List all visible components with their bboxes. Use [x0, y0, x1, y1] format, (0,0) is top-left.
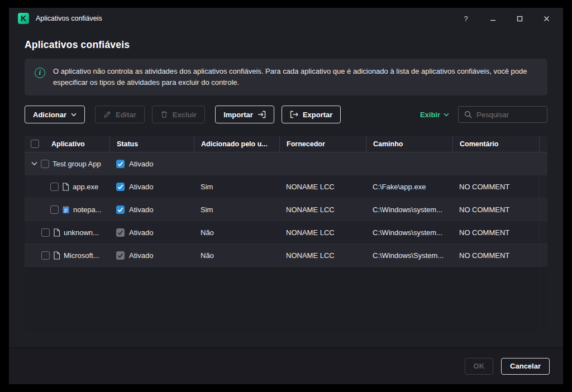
- scrollbar-track: [539, 267, 540, 332]
- added-by-user-cell: Não: [194, 221, 279, 243]
- file-icon: [53, 228, 60, 237]
- vendor-cell: NONAME LCC: [279, 244, 366, 266]
- column-header-fornecedor: Fornecedor: [279, 136, 366, 152]
- file-icon: [53, 251, 60, 260]
- vendor-cell: [279, 152, 366, 175]
- row-name: unknown...: [64, 228, 99, 237]
- trash-icon: [160, 111, 168, 118]
- row-name: app.exe: [73, 183, 98, 191]
- help-button[interactable]: ?: [452, 8, 479, 29]
- export-icon: [290, 111, 298, 118]
- info-banner: i O aplicativo não controla as atividade…: [25, 59, 547, 95]
- import-button[interactable]: Importar: [215, 106, 274, 123]
- scrollbar-strip: [539, 244, 547, 266]
- info-banner-text: O aplicativo não controla as atividades …: [53, 66, 537, 88]
- comment-cell: [452, 152, 539, 175]
- row-name: notepa...: [73, 205, 102, 214]
- comment-cell: NO COMMENT: [452, 198, 539, 221]
- status-label: Ativado: [129, 160, 153, 168]
- table-row[interactable]: Microsoft... Ativado Não NONAME LCC C:\W…: [25, 244, 547, 267]
- status-label: Ativado: [129, 205, 153, 214]
- status-checkbox[interactable]: [116, 183, 125, 191]
- status-label: Ativado: [129, 228, 153, 237]
- view-dropdown[interactable]: Exibir: [420, 111, 449, 119]
- add-button-label: Adicionar: [33, 111, 66, 119]
- scrollbar-strip: [539, 152, 547, 175]
- select-all-checkbox[interactable]: [31, 140, 39, 148]
- status-label: Ativado: [129, 183, 153, 191]
- export-button-label: Exportar: [303, 111, 332, 119]
- comment-cell: NO COMMENT: [452, 244, 539, 266]
- column-header-status: Status: [109, 136, 194, 152]
- minimize-icon: [490, 16, 496, 22]
- table-row[interactable]: unknown... Ativado Não NONAME LCC C:\Win…: [25, 221, 547, 244]
- edit-button-label: Editar: [116, 111, 136, 119]
- dialog-footer: OK Cancelar: [9, 347, 563, 384]
- search-box: [458, 106, 547, 123]
- status-checkbox[interactable]: [116, 228, 125, 237]
- table-header: Aplicativo Status Adicionado pelo u... F…: [25, 136, 547, 152]
- comment-cell: NO COMMENT: [452, 221, 539, 243]
- table-row[interactable]: Test group App Ativado: [25, 152, 547, 175]
- cancel-button[interactable]: Cancelar: [501, 358, 550, 375]
- page-title: Aplicativos confiáveis: [25, 39, 547, 51]
- row-checkbox[interactable]: [41, 228, 50, 237]
- status-checkbox[interactable]: [116, 205, 125, 214]
- notepad-icon: [62, 205, 70, 214]
- path-cell: C:\Windows\system...: [366, 221, 452, 243]
- search-input[interactable]: [476, 111, 541, 119]
- table-row[interactable]: app.exe Ativado Sim NONAME LCC C:\Fake\a…: [25, 175, 547, 198]
- close-icon: [544, 16, 550, 22]
- scrollbar-strip: [539, 198, 547, 221]
- path-cell: C:\Fake\app.exe: [366, 175, 452, 198]
- pencil-icon: [103, 111, 111, 118]
- window-title: Aplicativos confiáveis: [36, 15, 102, 22]
- info-icon: i: [35, 68, 45, 78]
- delete-button[interactable]: Excluir: [152, 106, 205, 123]
- path-cell: [366, 152, 452, 175]
- path-cell: C:\Windows\system...: [366, 198, 452, 221]
- added-by-user-cell: [194, 152, 279, 175]
- status-checkbox[interactable]: [116, 160, 125, 168]
- ok-button[interactable]: OK: [465, 358, 494, 375]
- view-dropdown-label: Exibir: [420, 111, 440, 119]
- edit-button[interactable]: Editar: [95, 106, 145, 123]
- column-header-aplicativo: Aplicativo: [45, 136, 109, 152]
- content-area: Aplicativos confiáveis i O aplicativo nã…: [9, 29, 563, 347]
- vendor-cell: NONAME LCC: [279, 198, 366, 221]
- minimize-button[interactable]: [479, 8, 506, 29]
- row-checkbox[interactable]: [41, 251, 50, 260]
- export-button[interactable]: Exportar: [282, 106, 341, 123]
- scrollbar-strip: [539, 221, 547, 243]
- status-checkbox[interactable]: [116, 251, 125, 260]
- column-header-adicionado: Adicionado pelo u...: [194, 136, 279, 152]
- maximize-button[interactable]: [506, 8, 533, 29]
- vendor-cell: NONAME LCC: [279, 221, 366, 243]
- scrollbar-strip: [539, 175, 547, 198]
- row-checkbox[interactable]: [41, 160, 49, 168]
- added-by-user-cell: Não: [194, 244, 279, 266]
- check-icon: [117, 207, 123, 212]
- file-icon: [62, 183, 69, 191]
- path-cell: C:\Windows\System...: [366, 244, 452, 266]
- import-icon: [258, 111, 266, 118]
- maximize-icon: [517, 16, 523, 22]
- app-window: K Aplicativos confiáveis ? Aplicativos c…: [9, 8, 563, 384]
- table-row[interactable]: notepa... Ativado Sim NONAME LCC C:\Wind…: [25, 198, 547, 221]
- row-checkbox[interactable]: [50, 183, 59, 191]
- expand-chevron-down-icon[interactable]: [31, 161, 37, 166]
- search-icon: [464, 111, 472, 118]
- check-icon: [117, 253, 123, 258]
- added-by-user-cell: Sim: [194, 175, 279, 198]
- table-empty-area: [25, 267, 547, 332]
- vendor-cell: NONAME LCC: [279, 175, 366, 198]
- row-checkbox[interactable]: [50, 205, 59, 214]
- column-header-comentario: Comentário: [452, 136, 539, 152]
- scrollbar-header-strip: [539, 136, 547, 152]
- add-button[interactable]: Adicionar: [25, 106, 85, 123]
- window-controls: ?: [452, 8, 560, 29]
- row-name: Test group App: [53, 160, 101, 168]
- applications-table: Aplicativo Status Adicionado pelo u... F…: [25, 136, 547, 332]
- close-button[interactable]: [533, 8, 560, 29]
- row-name: Microsoft...: [64, 251, 99, 260]
